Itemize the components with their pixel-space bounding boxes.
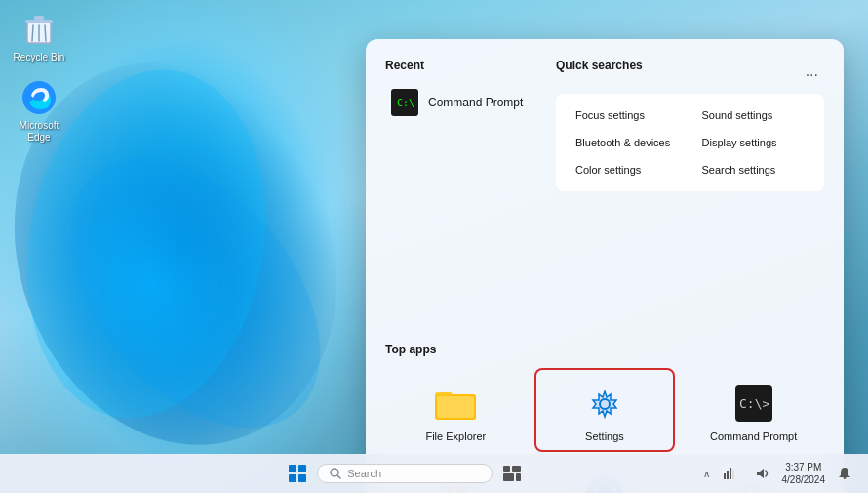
cmd-icon: C:\> (391, 89, 418, 116)
bluetooth-devices-btn[interactable]: Bluetooth & devices (566, 131, 689, 154)
clock-date: 4/28/2024 (782, 473, 826, 486)
recycle-bin-icon[interactable]: Recycle Bin (10, 10, 68, 63)
system-clock[interactable]: 3:37 PM 4/28/2024 (782, 461, 826, 486)
svg-rect-37 (512, 466, 521, 472)
desktop-icons-area: Recycle Bin Microsoft Edge (10, 10, 68, 144)
svg-line-6 (32, 25, 33, 41)
svg-rect-38 (503, 473, 514, 481)
svg-rect-39 (516, 473, 521, 481)
edge-image (20, 78, 59, 117)
quick-searches-box: Focus settings Sound settings Bluetooth … (556, 94, 824, 191)
cmd-app-label: Command Prompt (710, 431, 797, 442)
svg-rect-4 (25, 20, 53, 23)
volume-svg (755, 466, 770, 481)
display-settings-btn[interactable]: Display settings (692, 131, 815, 154)
app-tile-settings[interactable]: Settings (534, 368, 676, 452)
svg-rect-36 (503, 466, 510, 472)
svg-rect-40 (724, 473, 726, 479)
svg-rect-14 (437, 396, 474, 418)
task-view-icon (503, 466, 521, 481)
network-icon[interactable] (716, 460, 743, 487)
svg-text:C:\>: C:\> (397, 98, 414, 108)
quick-searches-header: Quick searches ... (556, 59, 824, 84)
tray-chevron[interactable]: ∧ (703, 469, 710, 479)
taskbar: Search ∧ (0, 454, 868, 493)
search-input-text: Search (347, 468, 381, 479)
svg-line-35 (338, 476, 341, 479)
clock-time: 3:37 PM (782, 461, 826, 473)
file-explorer-label: File Explorer (425, 431, 486, 442)
microsoft-edge-desktop-icon[interactable]: Microsoft Edge (10, 78, 68, 144)
settings-icon (583, 382, 626, 425)
app-tile-cmd[interactable]: C:\> Command Prompt (683, 368, 824, 452)
svg-rect-5 (34, 16, 44, 20)
taskbar-center: Search (284, 460, 526, 487)
search-icon (330, 468, 341, 479)
sound-settings-btn[interactable]: Sound settings (692, 103, 815, 127)
edge-label: Microsoft Edge (10, 120, 68, 144)
start-menu: Recent C:\> Command Prompt Quick searche… (366, 39, 844, 493)
search-settings-btn[interactable]: Search settings (692, 158, 815, 182)
color-settings-btn[interactable]: Color settings (566, 158, 689, 182)
recycle-bin-label: Recycle Bin (14, 52, 65, 63)
svg-rect-41 (727, 471, 729, 479)
file-explorer-icon (434, 382, 477, 425)
system-tray: ∧ 3:37 PM 4/28/2024 (703, 460, 859, 487)
recent-item-cmd[interactable]: C:\> Command Prompt (385, 84, 536, 121)
quick-searches-section: Quick searches ... Focus settings Sound … (556, 59, 824, 191)
top-apps-title: Top apps (385, 343, 824, 356)
windows-logo (289, 465, 306, 482)
start-button[interactable] (284, 460, 311, 487)
edge-svg (21, 80, 57, 115)
recent-title: Recent (385, 59, 536, 72)
svg-rect-43 (732, 470, 734, 479)
svg-point-34 (331, 469, 338, 476)
recycle-bin-image (20, 10, 59, 49)
volume-icon[interactable] (749, 460, 776, 487)
notification-svg (838, 467, 851, 480)
svg-line-8 (45, 25, 46, 41)
svg-text:C:\>: C:\> (739, 396, 769, 411)
cmd-app-icon: C:\> (732, 382, 775, 425)
more-options-button[interactable]: ... (800, 61, 824, 82)
taskbar-search-bar[interactable]: Search (317, 464, 493, 483)
recycle-bin-svg (21, 12, 57, 47)
app-tile-file-explorer[interactable]: File Explorer (385, 368, 527, 452)
taskbar-right: ∧ 3:37 PM 4/28/2024 (703, 460, 859, 487)
quick-searches-title: Quick searches (556, 59, 643, 72)
cmd-label: Command Prompt (428, 96, 523, 109)
svg-rect-42 (730, 468, 731, 479)
network-svg (722, 466, 737, 481)
notification-icon[interactable] (831, 460, 858, 487)
recent-section: Recent C:\> Command Prompt (385, 59, 536, 172)
task-view-button[interactable] (498, 460, 526, 487)
focus-settings-btn[interactable]: Focus settings (566, 103, 689, 127)
settings-label: Settings (585, 431, 624, 442)
